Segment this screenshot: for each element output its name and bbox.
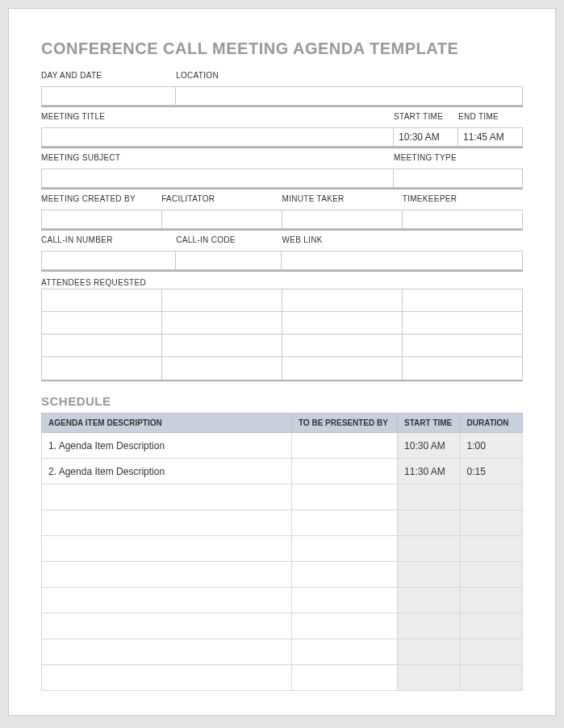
col-start: START TIME: [398, 414, 460, 433]
field-facilitator[interactable]: [162, 210, 282, 229]
field-callin-code[interactable]: [176, 251, 282, 270]
cell-desc[interactable]: [42, 536, 292, 562]
col-duration: DURATION: [460, 414, 523, 433]
field-meeting-title[interactable]: [41, 127, 394, 147]
cell-presenter[interactable]: [291, 485, 397, 510]
attendee-cell[interactable]: [403, 357, 522, 380]
cell-desc[interactable]: [42, 588, 292, 614]
label-end-time: END TIME: [458, 110, 523, 123]
cell-presenter[interactable]: [291, 562, 397, 588]
field-location[interactable]: [176, 86, 523, 106]
table-row: [42, 665, 523, 691]
cell-desc[interactable]: [42, 665, 292, 691]
cell-duration[interactable]: [460, 639, 523, 665]
cell-duration[interactable]: [460, 614, 523, 639]
cell-start[interactable]: [398, 485, 460, 510]
cell-presenter[interactable]: [291, 665, 397, 691]
label-created-by: MEETING CREATED BY: [41, 193, 161, 205]
attendee-cell[interactable]: [162, 335, 282, 357]
table-row: [42, 289, 522, 312]
schedule-table: AGENDA ITEM DESCRIPTION TO BE PRESENTED …: [41, 413, 523, 691]
col-presenter: TO BE PRESENTED BY: [291, 414, 397, 433]
cell-presenter[interactable]: [291, 639, 397, 665]
cell-start[interactable]: [398, 536, 460, 562]
field-created-by[interactable]: [41, 210, 162, 229]
cell-duration[interactable]: [460, 588, 523, 614]
field-timekeeper[interactable]: [403, 210, 523, 229]
cell-duration[interactable]: 1:00: [460, 433, 523, 459]
field-callin-number[interactable]: [41, 251, 176, 270]
cell-start[interactable]: [398, 510, 460, 536]
row-callin: CALL-IN NUMBER CALL-IN CODE WEB LINK: [41, 234, 523, 246]
row-title-times: MEETING TITLE START TIME END TIME: [41, 110, 523, 123]
label-callin-number: CALL-IN NUMBER: [41, 234, 176, 246]
field-meeting-type[interactable]: [394, 168, 523, 188]
attendee-cell[interactable]: [282, 289, 403, 312]
cell-presenter[interactable]: [291, 588, 397, 614]
boxrow-title-times: 10:30 AM 11:45 AM: [41, 127, 523, 148]
field-start-time[interactable]: 10:30 AM: [394, 127, 458, 147]
attendee-cell[interactable]: [42, 312, 162, 335]
row-date-location: DAY AND DATE LOCATION: [41, 69, 523, 81]
row-roles: MEETING CREATED BY FACILITATOR MINUTE TA…: [41, 193, 523, 205]
cell-start[interactable]: [398, 639, 460, 665]
cell-presenter[interactable]: [291, 510, 397, 536]
field-meeting-subject[interactable]: [41, 168, 394, 188]
attendee-cell[interactable]: [162, 289, 282, 312]
attendee-cell[interactable]: [403, 289, 522, 312]
table-row: [42, 510, 523, 536]
cell-start[interactable]: [398, 562, 460, 588]
attendee-cell[interactable]: [42, 357, 162, 380]
cell-desc[interactable]: [42, 614, 292, 639]
table-row: [42, 614, 523, 639]
document-page: CONFERENCE CALL MEETING AGENDA TEMPLATE …: [8, 8, 556, 716]
cell-duration[interactable]: [460, 510, 523, 536]
cell-duration[interactable]: [460, 536, 523, 562]
attendee-cell[interactable]: [403, 335, 522, 357]
cell-desc[interactable]: [42, 485, 292, 510]
table-row: [42, 639, 523, 665]
label-timekeeper: TIMEKEEPER: [403, 193, 523, 205]
cell-duration[interactable]: [460, 562, 523, 588]
label-facilitator: FACILITATOR: [161, 193, 282, 205]
cell-desc[interactable]: 1. Agenda Item Description: [42, 433, 292, 459]
cell-presenter[interactable]: [291, 536, 397, 562]
boxrow-callin: [41, 251, 523, 272]
cell-start[interactable]: 10:30 AM: [398, 433, 460, 459]
cell-desc[interactable]: [42, 510, 292, 536]
cell-presenter[interactable]: [291, 433, 397, 459]
cell-duration[interactable]: 0:15: [460, 459, 523, 485]
field-day-date[interactable]: [41, 86, 176, 106]
field-web-link[interactable]: [282, 251, 523, 270]
schedule-title: SCHEDULE: [41, 394, 523, 408]
cell-presenter[interactable]: [291, 459, 397, 485]
cell-desc[interactable]: [42, 562, 292, 588]
attendee-cell[interactable]: [162, 357, 282, 380]
field-minute-taker[interactable]: [282, 210, 403, 229]
cell-desc[interactable]: [42, 639, 292, 665]
label-callin-code: CALL-IN CODE: [176, 234, 282, 246]
cell-start[interactable]: [398, 588, 460, 614]
table-row: [42, 312, 522, 335]
attendee-cell[interactable]: [403, 312, 522, 335]
cell-start[interactable]: 11:30 AM: [398, 459, 460, 485]
boxrow-date-location: [41, 86, 523, 107]
attendees-grid: [41, 289, 523, 381]
cell-start[interactable]: [398, 614, 460, 639]
cell-duration[interactable]: [460, 485, 523, 510]
attendee-cell[interactable]: [282, 357, 403, 380]
table-row: 1. Agenda Item Description10:30 AM1:00: [42, 433, 523, 459]
attendee-cell[interactable]: [42, 289, 162, 312]
table-row: [42, 536, 523, 562]
table-row: [42, 588, 523, 614]
cell-duration[interactable]: [460, 665, 523, 691]
cell-presenter[interactable]: [291, 614, 397, 639]
attendee-cell[interactable]: [282, 312, 403, 335]
cell-desc[interactable]: 2. Agenda Item Description: [42, 459, 292, 485]
field-end-time[interactable]: 11:45 AM: [458, 127, 523, 147]
attendee-cell[interactable]: [162, 312, 282, 335]
attendee-cell[interactable]: [282, 335, 403, 357]
attendee-cell[interactable]: [42, 335, 162, 357]
boxrow-roles: [41, 210, 523, 231]
cell-start[interactable]: [398, 665, 460, 691]
